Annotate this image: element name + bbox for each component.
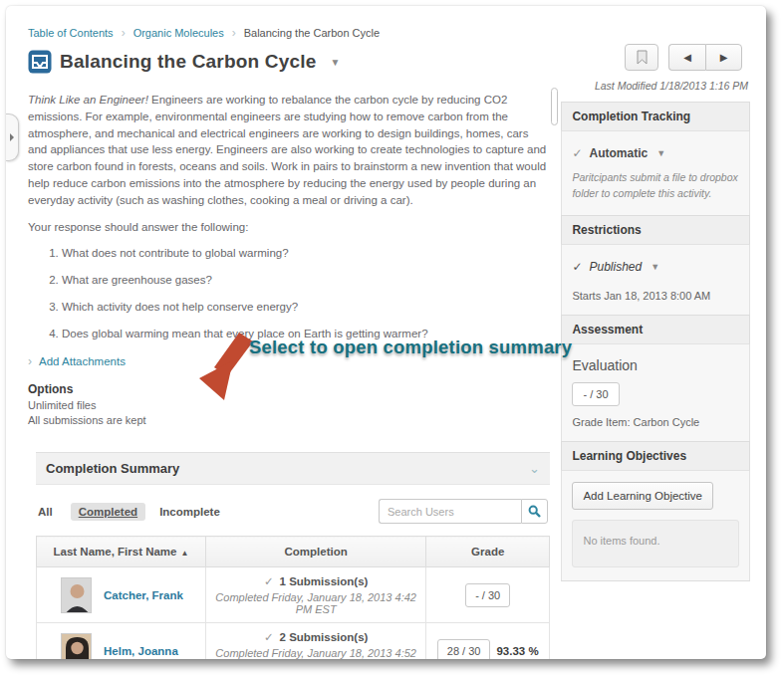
table-row: Catcher, Frank ✓1 Submission(s) Complete… [37, 567, 550, 623]
expand-arrow-icon [10, 133, 14, 141]
search-input[interactable] [379, 499, 521, 524]
column-name-label: Last Name, First Name [54, 546, 177, 558]
completion-date: Completed Friday, January 18, 2013 4:42 … [212, 591, 419, 615]
student-name-link[interactable]: Helm, Joanna [104, 645, 178, 657]
title-bar: Balancing the Carbon Cycle ▼ ◀ ▶ [28, 50, 750, 74]
check-icon: ✓ [264, 631, 274, 643]
breadcrumb-current: Balancing the Carbon Cycle [244, 27, 380, 39]
search-icon [528, 505, 541, 518]
grade-item: Grade Item: Carbon Cycle [572, 416, 739, 428]
publish-status-label: Published [590, 260, 643, 274]
next-icon: ▶ [720, 52, 728, 63]
check-icon: ✓ [572, 260, 582, 274]
completion-summary-title: Completion Summary [46, 461, 179, 476]
add-attachments-label: Add Attachments [39, 355, 126, 367]
add-learning-objective-button[interactable]: Add Learning Objective [572, 482, 713, 510]
sidebar: Last Modified 1/18/2013 1:16 PM Completi… [561, 84, 750, 659]
submission-count-label: 1 Submission(s) [280, 575, 369, 587]
chevron-right-icon: › [122, 26, 126, 40]
grade-value: 28 / 30 [437, 639, 491, 659]
options-files: Unlimited files [28, 399, 550, 411]
section-restrictions-header: Restrictions [561, 215, 750, 245]
grade-value: - / 30 [465, 583, 510, 607]
activity-description: Think Like an Engineer! Engineers are wo… [28, 92, 550, 208]
question-item: What are greenhouse gases? [62, 274, 550, 286]
panel-expand-handle[interactable] [6, 113, 19, 161]
top-buttons: ◀ ▶ [625, 44, 742, 71]
intro-lead: Think Like an Engineer! [28, 94, 148, 106]
tab-all[interactable]: All [38, 506, 53, 518]
section-learning-objectives-header: Learning Objectives [561, 441, 750, 471]
submission-count: ✓1 Submission(s) [212, 574, 419, 588]
evaluation-label: Evaluation [572, 357, 739, 373]
question-list: What does not contribute to global warmi… [62, 247, 550, 339]
column-header-name[interactable]: Last Name, First Name▲ [37, 537, 206, 567]
section-completion-tracking-header: Completion Tracking [561, 102, 750, 131]
sort-asc-icon: ▲ [181, 549, 189, 558]
section-learning-objectives-body: Add Learning Objective No items found. [561, 471, 750, 580]
completion-summary-body: All Completed Incomplete [36, 485, 550, 659]
question-item: Does global warming mean that every plac… [62, 328, 550, 339]
search-button[interactable] [521, 499, 548, 524]
chevron-right-icon: › [28, 354, 32, 368]
previous-button[interactable]: ◀ [668, 44, 705, 71]
table-row: Helm, Joanna ✓2 Submission(s) Completed … [37, 623, 550, 659]
intro-body: Engineers are working to rebalance the c… [28, 94, 546, 206]
search-group [379, 499, 548, 524]
question-item: What does not contribute to global warmi… [62, 247, 550, 259]
tab-incomplete[interactable]: Incomplete [159, 506, 220, 518]
tab-completed[interactable]: Completed [71, 503, 145, 521]
annotation-callout: Select to open completion summary [177, 331, 546, 410]
column-header-grade: Grade [426, 537, 550, 567]
previous-icon: ◀ [683, 52, 691, 63]
completion-mode-dropdown[interactable]: ✓ Automatic ▼ [572, 142, 739, 166]
pager-buttons: ◀ ▶ [668, 44, 742, 71]
column-header-completion: Completion [205, 537, 425, 567]
bookmark-button[interactable] [625, 44, 658, 71]
options-heading: Options [28, 382, 550, 396]
completion-table: Last Name, First Name▲ Completion Grade [36, 536, 550, 659]
content-scroll-gutter [550, 84, 561, 659]
start-date: Starts Jan 18, 2013 8:00 AM [572, 290, 739, 302]
section-assessment-body: Evaluation - / 30 Grade Item: Carbon Cyc… [561, 344, 750, 441]
bookmark-icon [637, 50, 648, 65]
dropdown-caret-icon: ▼ [656, 148, 665, 158]
page: Table of Contents › Organic Molecules › … [6, 6, 766, 659]
completion-date: Completed Friday, January 18, 2013 4:52 … [212, 647, 419, 659]
no-items-message: No items found. [572, 520, 739, 567]
submission-count: ✓2 Submission(s) [212, 630, 419, 644]
breadcrumb: Table of Contents › Organic Molecules › … [28, 26, 750, 40]
avatar [61, 577, 92, 613]
question-item: Which activity does not help conserve en… [62, 301, 550, 313]
sidebar-sections: Completion Tracking ✓ Automatic ▼ Paritc… [561, 102, 750, 581]
breadcrumb-link-unit[interactable]: Organic Molecules [133, 27, 224, 39]
check-icon: ✓ [572, 146, 582, 160]
avatar [61, 633, 92, 659]
section-assessment-header: Assessment [561, 315, 750, 344]
completion-summary-header[interactable]: Completion Summary ⌄ [36, 452, 550, 485]
title-actions-caret-icon[interactable]: ▼ [331, 57, 341, 68]
table-header-row: Last Name, First Name▲ Completion Grade [37, 537, 550, 567]
section-restrictions-body: ✓ Published ▼ Starts Jan 18, 2013 8:00 A… [561, 245, 750, 315]
evaluation-grade: - / 30 [572, 382, 619, 406]
section-completion-tracking-body: ✓ Automatic ▼ Paritcipants submit a file… [561, 131, 750, 215]
options-submissions: All submissions are kept [28, 414, 550, 426]
student-name-link[interactable]: Catcher, Frank [104, 589, 183, 601]
add-attachments-link[interactable]: › Add Attachments [28, 354, 550, 368]
dropbox-icon [28, 50, 52, 74]
completion-mode-label: Automatic [590, 146, 649, 160]
last-modified: Last Modified 1/18/2013 1:16 PM [561, 80, 750, 92]
collapse-chevron-icon[interactable]: ⌄ [529, 461, 540, 476]
dropdown-caret-icon: ▼ [651, 262, 659, 272]
completion-summary-panel: Completion Summary ⌄ All Completed Incom… [36, 452, 550, 659]
breadcrumb-link-toc[interactable]: Table of Contents [28, 27, 114, 39]
chevron-right-icon: › [232, 26, 236, 40]
scrollbar-thumb[interactable] [551, 88, 558, 125]
filter-tabs: All Completed Incomplete [36, 499, 550, 524]
publish-status-dropdown[interactable]: ✓ Published ▼ [572, 256, 739, 280]
completion-description: Paritcipants submit a file to dropbox fo… [572, 170, 739, 202]
page-title: Balancing the Carbon Cycle [60, 51, 317, 73]
next-button[interactable]: ▶ [705, 44, 742, 71]
main-content: Think Like an Engineer! Engineers are wo… [28, 84, 550, 659]
grade-percent: 93.33 % [496, 645, 538, 657]
